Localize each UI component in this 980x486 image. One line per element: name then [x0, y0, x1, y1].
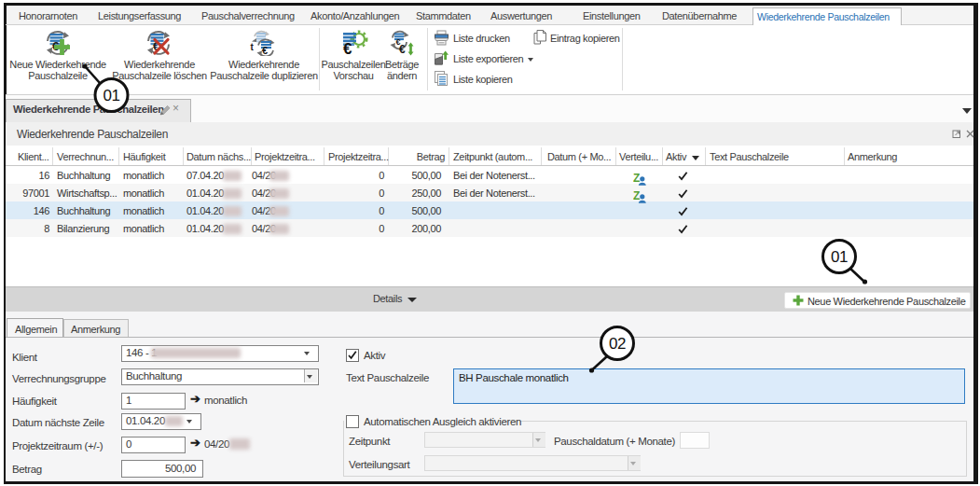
- svg-text:€: €: [262, 45, 268, 56]
- svg-text:t: t: [251, 42, 255, 52]
- svg-text:€: €: [343, 40, 352, 56]
- svg-text:Z: Z: [633, 172, 640, 185]
- svg-text:Z: Z: [633, 189, 640, 202]
- svg-text:€: €: [399, 43, 406, 56]
